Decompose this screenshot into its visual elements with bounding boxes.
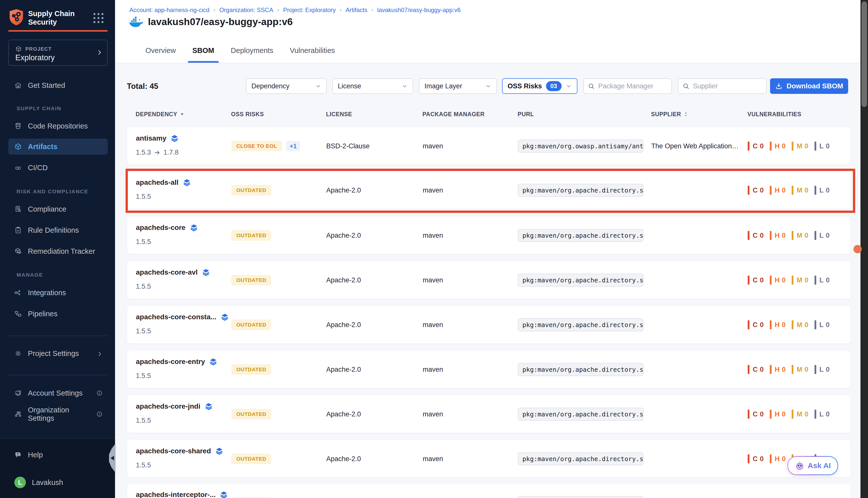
sidebar-item-artifacts[interactable]: Artifacts — [8, 139, 108, 155]
sidebar-item-get-started[interactable]: Get Started — [8, 77, 108, 93]
image-layer-filter-select[interactable]: Image Layer — [419, 78, 497, 94]
page-title: lavakush07/easy-buggy-app:v6 — [148, 16, 293, 27]
sidebar-item-user[interactable]: L Lavakush — [8, 474, 108, 490]
high-bar — [770, 365, 772, 374]
column-header-supplier[interactable]: SUPPLIER — [651, 108, 688, 120]
purl-cell: pkg:maven/org.apache.directory.s… — [518, 440, 644, 478]
purl-value[interactable]: pkg:maven/org.apache.directory.s… — [518, 318, 644, 331]
license-filter-select[interactable]: License — [332, 78, 413, 94]
purl-value[interactable]: pkg:maven/org.apache.directory.s… — [518, 274, 644, 287]
sidebar-item-integrations[interactable]: Integrations — [8, 285, 108, 301]
critical-count: C0 — [753, 142, 764, 150]
project-selector[interactable]: PROJECT Exploratory — [8, 40, 108, 66]
package-manager-cell: maven — [423, 127, 443, 165]
purl-value[interactable]: pkg:maven/org.apache.directory.s… — [518, 452, 644, 466]
medium-bar — [792, 186, 793, 195]
breadcrumb-account[interactable]: Account: app-harness-ng-cicd — [129, 6, 209, 14]
critical-count: C0 — [753, 276, 764, 284]
purl-value[interactable]: pkg:maven/org.apache.directory.s… — [518, 363, 644, 376]
download-sbom-button[interactable]: Download SBOM — [770, 78, 848, 94]
sidebar-item-remediation-tracker[interactable]: Remediation Tracker — [8, 243, 108, 259]
tab-overview[interactable]: Overview — [144, 38, 177, 63]
ask-ai-button[interactable]: Ask AI — [787, 456, 838, 475]
column-header-oss-risks: OSS RISKS — [231, 108, 264, 120]
table-row[interactable]: apacheds-core-jndi 1.5.5 OUTDATED Apache… — [127, 395, 851, 433]
purl-value[interactable]: pkg:maven/org.apache.directory.s… — [518, 229, 644, 242]
table-row[interactable]: apacheds-core-entry 1.5.5 OUTDATED Apach… — [127, 350, 851, 388]
column-header-dependency[interactable]: DEPENDENCY — [135, 108, 184, 120]
purl-value[interactable]: pkg:maven/org.apache.directory.s… — [518, 408, 644, 421]
annotation-dot — [853, 245, 862, 253]
oss-risks-cell: OUTDATED — [231, 350, 271, 389]
sidebar-item-help[interactable]: ? Help — [8, 447, 108, 463]
table-row[interactable]: apacheds-core-avl 1.5.5 OUTDATED Apache-… — [127, 261, 851, 299]
home-icon — [14, 82, 22, 89]
license-cell: Apache-2.0 — [326, 440, 361, 478]
module-grid-icon[interactable] — [93, 13, 104, 24]
sidebar-item-pipelines[interactable]: Pipelines — [8, 306, 108, 322]
sidebar-item-rule-definitions[interactable]: Rule Definitions — [8, 222, 108, 238]
table-row[interactable]: apacheds-core-consta... 1.5.5 OUTDATED A… — [127, 305, 851, 344]
sidebar-item-project-settings[interactable]: Project Settings — [8, 345, 108, 362]
layers-icon — [183, 178, 191, 187]
risk-badge: OUTDATED — [231, 409, 271, 419]
sidebar-item-compliance[interactable]: Compliance — [8, 201, 108, 217]
purl-value[interactable]: pkg:maven/org.apache.directory.s… — [518, 184, 644, 197]
supplier-search-input[interactable] — [692, 82, 762, 90]
dependency-filter-select[interactable]: Dependency — [246, 78, 327, 94]
table-row[interactable]: apacheds-all 1.5.5 OUTDATED Apache-2.0 m… — [127, 171, 851, 209]
oss-risks-cell: OUTDATED — [231, 306, 271, 344]
chevron-down-icon — [485, 83, 491, 89]
breadcrumb-artifacts[interactable]: Artifacts — [346, 6, 367, 14]
sidebar-item-account-settings[interactable]: Account Settings — [8, 385, 108, 401]
purl-value[interactable]: pkg:maven/org.owasp.antisamy/ant… — [518, 140, 644, 153]
table-row[interactable]: antisamy 1.5.3 1.7.8 CLOSE TO EOL +1 BSD… — [127, 127, 851, 165]
tab-sbom[interactable]: SBOM — [191, 38, 215, 63]
dependency-version: 1.5.5 — [136, 461, 151, 469]
table-header-row: DEPENDENCY OSS RISKS LICENSE PACKAGE MAN… — [127, 108, 851, 120]
tab-vulnerabilities[interactable]: Vulnerabilities — [289, 38, 336, 63]
sidebar-item-cicd[interactable]: ∞ CI/CD — [8, 160, 108, 176]
critical-bar — [748, 276, 750, 285]
oss-risks-cell: CLOSE TO EOL +1 — [231, 127, 300, 165]
column-header-vulnerabilities: VULNERABILITIES — [748, 108, 801, 120]
breadcrumb-project[interactable]: Project: Exploratory — [283, 6, 336, 14]
purl-cell: pkg:maven/org.apache.directory.s… — [518, 171, 644, 209]
risk-extra-chip[interactable]: +1 — [286, 141, 300, 152]
chevron-down-icon — [315, 83, 321, 89]
critical-bar — [748, 410, 750, 419]
oss-risks-cell: OUTDATED — [231, 171, 271, 209]
medium-count: M0 — [797, 186, 808, 194]
tab-deployments[interactable]: Deployments — [230, 38, 274, 63]
license-cell: Apache-2.0 — [326, 350, 361, 389]
breadcrumb-organization[interactable]: Organization: SSCA — [219, 6, 273, 14]
package-manager-search-input[interactable] — [598, 82, 667, 90]
oss-risks-filter-select[interactable]: OSS Risks 03 — [502, 78, 578, 94]
purl-cell: pkg:maven/org.apache.directory.s… — [518, 483, 644, 498]
purl-cell: pkg:maven/org.apache.directory.s… — [518, 350, 644, 389]
purl-cell: pkg:maven/org.apache.directory.s… — [518, 395, 644, 433]
layers-icon — [205, 402, 213, 411]
purl-value[interactable]: pkg:maven/org.apache.directory.s… — [518, 496, 644, 498]
low-bar — [815, 142, 816, 150]
table-row[interactable]: apacheds-interceptor-... 1.5.5 OUTDATED … — [127, 483, 851, 498]
breadcrumb-current[interactable]: lavakush07/easy-buggy-app:v6 — [377, 6, 461, 14]
table-row[interactable]: apacheds-core 1.5.5 OUTDATED Apache-2.0 … — [127, 216, 851, 254]
package-manager-cell: maven — [423, 261, 443, 299]
info-icon[interactable] — [96, 411, 103, 417]
risk-badge: OUTDATED — [231, 230, 271, 241]
high-bar — [770, 410, 772, 419]
table-row[interactable]: apacheds-core-shared 1.5.5 OUTDATED Apac… — [127, 440, 851, 478]
sidebar-item-organization-settings[interactable]: Organization Settings — [8, 406, 108, 422]
info-icon[interactable] — [96, 390, 103, 396]
svg-text:?: ? — [17, 453, 18, 456]
layers-icon — [220, 490, 228, 498]
critical-count: C0 — [753, 321, 764, 329]
scrollbar-thumb[interactable] — [861, 1, 867, 107]
section-supply-chain: SUPPLY CHAIN — [16, 105, 61, 112]
section-risk-and-compliance: RISK AND COMPLIANCE — [16, 188, 88, 195]
package-manager-cell: maven — [423, 171, 443, 209]
purl-cell: pkg:maven/org.apache.directory.s… — [518, 261, 644, 299]
breadcrumb-separator: › — [372, 7, 373, 13]
sidebar-item-code-repositories[interactable]: Code Repositories — [8, 118, 108, 134]
